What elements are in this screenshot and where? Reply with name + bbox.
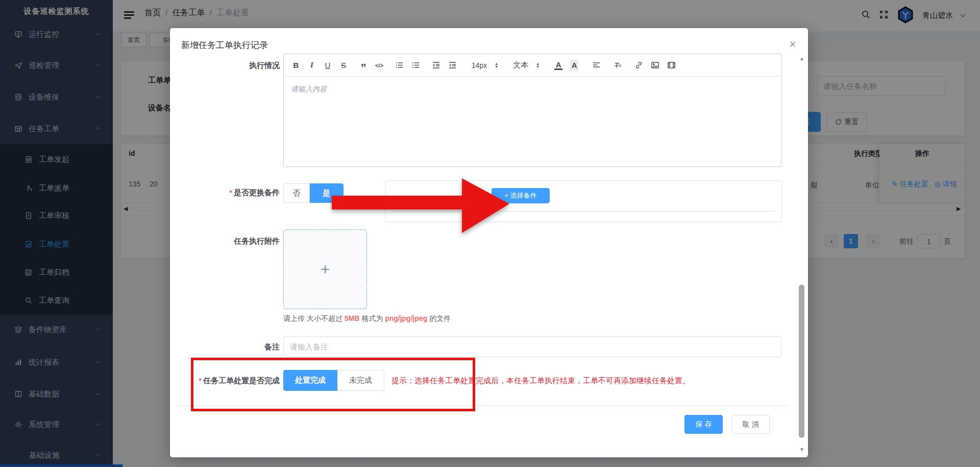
screen: 设备巡检监测系统 运行监控 巡检管理 设备维保 任务工单 工单发起	[0, 0, 980, 467]
complete-undone-option[interactable]: 未完成	[337, 370, 384, 391]
rich-text-editor[interactable]: B I U S ” </> 14px ▲▼ 文本 ▲▼ A A Tx	[283, 54, 781, 167]
font-color-icon[interactable]: A	[554, 60, 562, 70]
italic-icon[interactable]: I	[308, 60, 316, 71]
code-icon[interactable]: </>	[375, 60, 383, 71]
blockquote-icon[interactable]: ”	[359, 60, 368, 71]
scrollbar-thumb[interactable]	[799, 285, 804, 438]
complete-hint: 提示：选择任务工单处置完成后，本任务工单执行结束，工单不可再添加继续任务处置。	[391, 376, 690, 386]
clear-format-icon[interactable]: Tx	[614, 60, 622, 71]
editor-placeholder: 请输入内容	[291, 85, 327, 94]
choose-parts-button[interactable]: + 选择备件	[492, 188, 550, 203]
font-size-spinner-icon[interactable]: ▲▼	[495, 62, 498, 68]
footer-divider	[176, 405, 789, 406]
remark-input[interactable]	[283, 336, 781, 357]
spare-parts-panel: + 选择备件	[385, 180, 782, 222]
highlight-color-icon[interactable]: A	[570, 60, 578, 71]
replace-parts-toggle: 否 是	[283, 183, 344, 203]
unordered-list-icon[interactable]	[411, 60, 420, 71]
strikethrough-icon[interactable]: S	[339, 60, 348, 71]
align-icon[interactable]	[592, 60, 601, 71]
replace-no-option[interactable]: 否	[283, 183, 310, 203]
outdent-icon[interactable]	[432, 60, 440, 71]
complete-label: *任务工单处置是否完成	[170, 376, 280, 386]
scrollbar-down-icon[interactable]: ▼	[798, 447, 805, 452]
save-button[interactable]: 保 存	[684, 415, 723, 434]
replace-yes-option[interactable]: 是	[310, 183, 344, 203]
image-icon[interactable]	[651, 60, 659, 71]
link-icon[interactable]	[634, 60, 643, 71]
font-size-select[interactable]: 14px	[472, 60, 487, 71]
plus-icon: +	[321, 260, 330, 279]
editor-toolbar: B I U S ” </> 14px ▲▼ 文本 ▲▼ A A Tx	[284, 54, 781, 77]
complete-toggle: 处置完成 未完成	[283, 370, 384, 391]
attachment-label: 任务执行附件	[170, 237, 280, 246]
close-icon[interactable]: ×	[786, 37, 800, 52]
font-family-select[interactable]: 文本	[513, 60, 528, 71]
modal-title: 新增任务工单执行记录	[181, 39, 268, 51]
scrollbar-up-icon[interactable]: ▲	[798, 56, 805, 61]
video-icon[interactable]	[667, 60, 676, 71]
indent-icon[interactable]	[448, 60, 457, 71]
bold-icon[interactable]: B	[292, 60, 300, 71]
panel-divider	[394, 211, 775, 212]
cancel-button[interactable]: 取 消	[731, 415, 770, 434]
replace-parts-label: *是否更换备件	[170, 188, 280, 198]
underline-icon[interactable]: U	[324, 60, 332, 71]
complete-done-option[interactable]: 处置完成	[283, 370, 337, 391]
ordered-list-icon[interactable]	[395, 60, 404, 71]
upload-dropzone[interactable]: +	[283, 229, 367, 309]
add-execution-record-modal: 新增任务工单执行记录 × 执行情况 B I U S ” </> 14px ▲▼ …	[170, 28, 808, 457]
upload-hint: 请上传 大小不超过 5MB 格式为 png/jpg/jpeg 的文件	[283, 314, 451, 323]
font-family-spinner-icon[interactable]: ▲▼	[536, 62, 540, 68]
execution-label: 执行情况	[170, 61, 280, 71]
remark-label: 备注	[170, 342, 280, 352]
